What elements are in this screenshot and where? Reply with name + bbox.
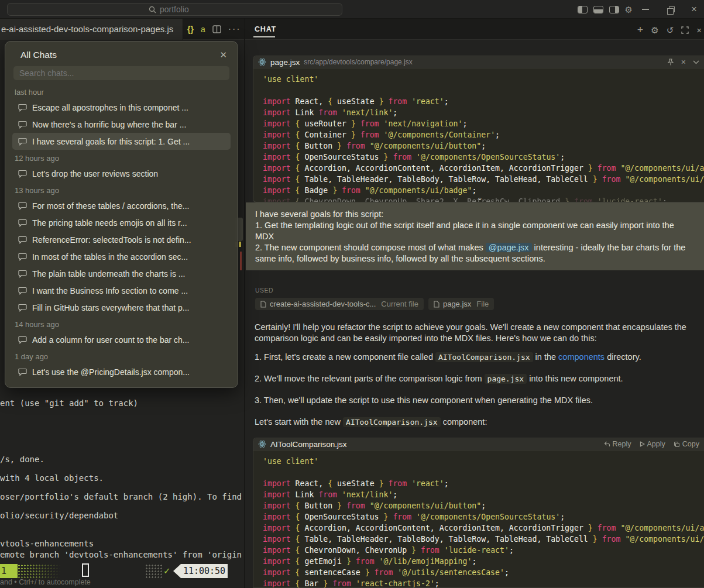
chat-list-item[interactable]: Let's use the @PricingDetails.jsx compon… (12, 363, 231, 380)
reply-button[interactable]: Reply (604, 440, 631, 448)
chat-bubble-icon (18, 219, 27, 227)
react-icon (258, 58, 266, 66)
assistant-paragraph: 1. First, let's create a new component f… (255, 352, 704, 363)
chat-list-item[interactable]: Now there's a horrific bug where the bar… (12, 116, 231, 133)
copy-button[interactable]: Copy (674, 440, 699, 448)
chat-item-label: Add a column for user count to the bar c… (32, 335, 189, 345)
chat-list-item[interactable]: Fill in GitHub stars everywhere that tha… (12, 299, 231, 316)
chat-item-label: Escape all apostrophes in this componet … (32, 103, 188, 112)
toggle-bottom-dock-icon[interactable] (593, 6, 603, 13)
terminal-line: ent (use "git add" to track) (0, 398, 138, 408)
breadcrumb-fragment: a (201, 25, 205, 34)
chat-bubble-icon (18, 104, 27, 112)
scrollbar-mark (239, 242, 241, 247)
expand-chat-icon[interactable] (681, 26, 689, 34)
chat-search-input[interactable] (19, 68, 224, 78)
code-line: import { useRouter } from 'next/navigati… (263, 118, 704, 129)
chat-list-item[interactable]: The pricing table needs emojis on all it… (12, 214, 231, 231)
apply-button[interactable]: Apply (640, 440, 665, 448)
inline-code: AIToolComparison.jsx (343, 417, 441, 427)
chat-panel-controls: + ⚙ ↺ × (637, 21, 702, 39)
chat-item-label: I have several goals for this script: 1.… (32, 137, 190, 146)
chat-search[interactable] (13, 66, 229, 80)
code-block-path: src/app/devtools/compare/page.jsx (304, 58, 412, 66)
chat-bubble-icon (18, 336, 27, 344)
code-block-title: page.jsx (270, 58, 300, 67)
chat-bubble-icon (18, 236, 27, 244)
chat-item-label: The pricing table needs emojis on all it… (32, 218, 187, 228)
minimize-icon[interactable] (642, 9, 649, 10)
code-line (263, 85, 704, 96)
chat-list-item[interactable]: ReferenceError: selectedTools is not def… (12, 231, 231, 248)
chat-list-item[interactable]: I have several goals for this script: 1.… (12, 133, 231, 150)
user-message: I have several goals for this script: 1.… (246, 202, 704, 270)
apply-play-icon (640, 441, 645, 447)
inline-code: AIToolComparison.jsx (435, 352, 533, 362)
assistant-paragraph: Let's start with the new AIToolCompariso… (255, 417, 704, 428)
chat-bubble-icon (18, 121, 27, 129)
toggle-left-dock-icon[interactable] (578, 6, 588, 13)
search-input[interactable] (160, 5, 201, 14)
code-line: import { Table, TableHeader, TableBody, … (263, 534, 704, 545)
terminal-line: vtools-enhancements (0, 539, 94, 548)
code-line: import { Table, TableHeader, TableBody, … (263, 174, 704, 185)
restore-window-icon[interactable] (669, 6, 675, 12)
chat-list-item[interactable]: I want the Business Info section to come… (12, 282, 231, 299)
chat-settings-gear-icon[interactable]: ⚙ (651, 26, 658, 35)
pin-icon[interactable] (667, 59, 674, 66)
code-line: import { Button } from "@/components/ui/… (263, 500, 704, 511)
chat-list-item[interactable]: Let's drop the user reviews section (12, 165, 231, 182)
chip-filename: create-ai-assisted-dev-tools-c... (270, 300, 376, 308)
code-line: import { Badge } from "@/components/ui/b… (263, 185, 704, 196)
action-label: Apply (647, 440, 665, 448)
chat-list-item[interactable]: The plain table underneath the charts is… (12, 265, 231, 282)
chat-bubble-icon (18, 368, 27, 376)
chat-list: last hourEscape all apostrophes in this … (12, 84, 231, 380)
new-chat-icon[interactable]: + (637, 24, 644, 36)
close-code-icon[interactable]: × (681, 57, 686, 67)
tab-chat[interactable]: CHAT (255, 25, 276, 33)
close-window-icon[interactable]: × (691, 4, 697, 15)
code-line: import { Container } from '@/components/… (263, 129, 704, 140)
code-block-title: AIToolComparison.jsx (270, 440, 347, 449)
chat-panel: page.jsx src/app/devtools/compare/page.j… (245, 40, 704, 588)
terminal-prompt-segment: 1 (0, 564, 18, 578)
autocomplete-hint: and • Ctrl+/ to autocomplete (0, 578, 91, 586)
close-popover-icon[interactable]: ✕ (219, 50, 227, 60)
chat-item-label: Let's drop the user reviews section (32, 169, 158, 178)
close-chat-icon[interactable]: × (696, 25, 702, 35)
search-icon (149, 6, 156, 13)
chat-history-icon[interactable]: ↺ (667, 26, 674, 35)
chat-list-item[interactable]: In most of the tables in the accordion s… (12, 248, 231, 265)
chat-item-label: The plain table underneath the charts is… (32, 269, 186, 278)
chat-list-item[interactable]: For most of these tables / accordions, t… (12, 197, 231, 214)
code-line: import React, { useState } from 'react'; (263, 478, 704, 489)
split-pane-icon[interactable] (212, 25, 221, 33)
tab-overflow-menu[interactable]: ··· (228, 24, 241, 35)
action-label: Reply (613, 440, 631, 448)
toggle-right-dock-icon[interactable] (609, 6, 619, 13)
status-dither (145, 564, 163, 578)
terminal-line: /s, done. (0, 455, 44, 464)
fold-chevron-icon[interactable]: ⌄ (477, 195, 483, 201)
chat-bubble-icon (18, 170, 27, 178)
chevron-down-icon[interactable] (693, 60, 699, 64)
chat-list-item[interactable]: Escape all apostrophes in this componet … (12, 99, 231, 116)
window-controls: ⚙ × (578, 0, 700, 19)
code-line: import { Bar } from 'react-chartjs-2'; (263, 578, 704, 587)
react-icon (258, 440, 266, 448)
file-mention-chip[interactable]: @page.jsx (486, 243, 532, 252)
inline-link[interactable]: components (558, 352, 605, 362)
code-content: 'use client' import React, { useState } … (253, 451, 704, 587)
settings-gear-icon[interactable]: ⚙ (625, 5, 633, 14)
project-search[interactable] (7, 3, 342, 16)
used-file-chip[interactable]: create-ai-assisted-dev-tools-c...Current… (255, 298, 424, 310)
code-line: import { OpenSourceStatus } from '@/comp… (263, 152, 704, 163)
chip-kind: File (476, 300, 489, 308)
used-file-chip[interactable]: page.jsxFile (428, 298, 494, 310)
assistant-paragraph: 2. We'll move the relevant parts of the … (255, 373, 704, 384)
terminal-line: emote branch 'devtools-enhancements' fro… (0, 550, 242, 559)
copy-icon (674, 441, 680, 448)
file-tab[interactable]: e-ai-assisted-dev-tools-comparison-pages… (0, 19, 183, 40)
chat-list-item[interactable]: Add a column for user count to the bar c… (12, 331, 231, 348)
